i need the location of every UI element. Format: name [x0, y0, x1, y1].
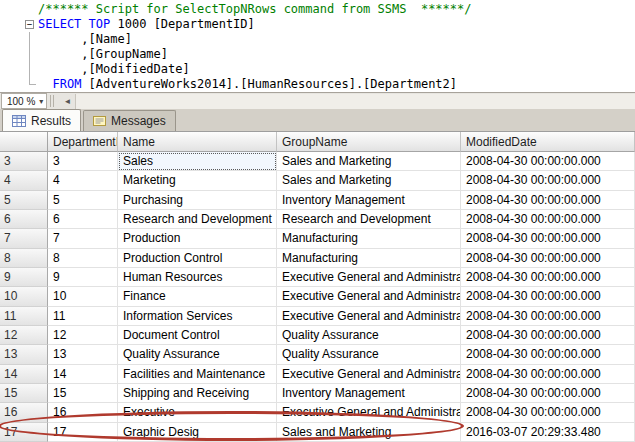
- sql-editor[interactable]: /****** Script for SelectTopNRows comman…: [0, 0, 635, 92]
- row-header-10[interactable]: 10: [0, 287, 48, 306]
- cell-3-departmentid[interactable]: 3: [48, 152, 118, 171]
- cell-6-modifieddate[interactable]: 2008-04-30 00:00:00.000: [461, 210, 635, 229]
- cell-11-name[interactable]: Information Services: [118, 307, 277, 326]
- column-header-name[interactable]: Name: [118, 132, 277, 152]
- cell-17-name[interactable]: Graphic Desig: [118, 423, 277, 442]
- scroll-left-icon[interactable]: ◄: [59, 94, 76, 109]
- cell-16-modifieddate[interactable]: 2008-04-30 00:00:00.000: [461, 403, 635, 422]
- cell-13-departmentid[interactable]: 13: [48, 345, 118, 364]
- cell-15-name[interactable]: Shipping and Receiving: [118, 384, 277, 403]
- cell-16-departmentid[interactable]: 16: [48, 403, 118, 422]
- cell-13-modifieddate[interactable]: 2008-04-30 00:00:00.000: [461, 345, 635, 364]
- row-header-5[interactable]: 5: [0, 191, 48, 210]
- cell-8-departmentid[interactable]: 8: [48, 249, 118, 268]
- cell-12-departmentid[interactable]: 12: [48, 326, 118, 345]
- row-header-12[interactable]: 12: [0, 326, 48, 345]
- cell-14-name[interactable]: Facilities and Maintenance: [118, 365, 277, 384]
- column-header-modifieddate[interactable]: ModifiedDate: [461, 132, 635, 152]
- messages-icon: [93, 115, 106, 127]
- cell-14-departmentid[interactable]: 14: [48, 365, 118, 384]
- fold-collapse-icon[interactable]: −: [25, 17, 38, 32]
- code-text: ,[Name]: [38, 32, 635, 47]
- code-text: /****** Script for SelectTopNRows comman…: [38, 2, 635, 17]
- fold-gutter: [25, 62, 38, 77]
- column-header-groupname[interactable]: GroupName: [277, 132, 461, 152]
- cell-13-name[interactable]: Quality Assurance: [118, 345, 277, 364]
- cell-4-departmentid[interactable]: 4: [48, 171, 118, 190]
- cell-4-name[interactable]: Marketing: [118, 171, 277, 190]
- cell-4-modifieddate[interactable]: 2008-04-30 00:00:00.000: [461, 171, 635, 190]
- cell-15-departmentid[interactable]: 15: [48, 384, 118, 403]
- zoom-control[interactable]: 100 % ▾: [1, 93, 47, 109]
- code-text: SELECT TOP 1000 [DepartmentID]: [38, 17, 635, 32]
- cell-9-name[interactable]: Human Resources: [118, 268, 277, 287]
- horizontal-scrollbar[interactable]: [76, 94, 635, 109]
- cell-9-departmentid[interactable]: 9: [48, 268, 118, 287]
- fold-gutter: [25, 77, 38, 92]
- row-header-11[interactable]: 11: [0, 307, 48, 326]
- row-header-16[interactable]: 16: [0, 403, 48, 422]
- row-header-13[interactable]: 13: [0, 345, 48, 364]
- cell-14-modifieddate[interactable]: 2008-04-30 00:00:00.000: [461, 365, 635, 384]
- row-header-8[interactable]: 8: [0, 249, 48, 268]
- cell-4-groupname[interactable]: Sales and Marketing: [277, 171, 461, 190]
- cell-14-groupname[interactable]: Executive General and Administration: [277, 365, 461, 384]
- cell-15-groupname[interactable]: Inventory Management: [277, 384, 461, 403]
- cell-16-name[interactable]: Executive: [118, 403, 277, 422]
- cell-5-groupname[interactable]: Inventory Management: [277, 191, 461, 210]
- cell-15-modifieddate[interactable]: 2008-04-30 00:00:00.000: [461, 384, 635, 403]
- row-header-17[interactable]: 17: [0, 423, 48, 442]
- cell-3-name[interactable]: Sales: [118, 152, 277, 171]
- tab-label: Results: [31, 114, 71, 128]
- row-header-14[interactable]: 14: [0, 365, 48, 384]
- cell-6-groupname[interactable]: Research and Development: [277, 210, 461, 229]
- cell-7-modifieddate[interactable]: 2008-04-30 00:00:00.000: [461, 229, 635, 248]
- cell-10-groupname[interactable]: Executive General and Administration: [277, 287, 461, 306]
- cell-12-name[interactable]: Document Control: [118, 326, 277, 345]
- cell-5-name[interactable]: Purchasing: [118, 191, 277, 210]
- splitter-handle[interactable]: [50, 95, 56, 107]
- cell-7-departmentid[interactable]: 7: [48, 229, 118, 248]
- row-header-3[interactable]: 3: [0, 152, 48, 171]
- cell-6-departmentid[interactable]: 6: [48, 210, 118, 229]
- cell-11-departmentid[interactable]: 11: [48, 307, 118, 326]
- cell-8-groupname[interactable]: Manufacturing: [277, 249, 461, 268]
- cell-9-groupname[interactable]: Executive General and Administration: [277, 268, 461, 287]
- row-header-15[interactable]: 15: [0, 384, 48, 403]
- row-header-4[interactable]: 4: [0, 171, 48, 190]
- cell-5-modifieddate[interactable]: 2008-04-30 00:00:00.000: [461, 191, 635, 210]
- cell-6-name[interactable]: Research and Development: [118, 210, 277, 229]
- cell-10-departmentid[interactable]: 10: [48, 287, 118, 306]
- cell-7-groupname[interactable]: Manufacturing: [277, 229, 461, 248]
- row-header-6[interactable]: 6: [0, 210, 48, 229]
- cell-5-departmentid[interactable]: 5: [48, 191, 118, 210]
- zoom-level: 100 %: [7, 96, 35, 107]
- cell-8-name[interactable]: Production Control: [118, 249, 277, 268]
- row-header-9[interactable]: 9: [0, 268, 48, 287]
- cell-16-groupname[interactable]: Executive General and Administration: [277, 403, 461, 422]
- cell-11-modifieddate[interactable]: 2008-04-30 00:00:00.000: [461, 307, 635, 326]
- cell-12-modifieddate[interactable]: 2008-04-30 00:00:00.000: [461, 326, 635, 345]
- chevron-down-icon[interactable]: ▾: [39, 97, 43, 106]
- cell-8-modifieddate[interactable]: 2008-04-30 00:00:00.000: [461, 249, 635, 268]
- code-line-1: /****** Script for SelectTopNRows comman…: [0, 2, 635, 17]
- cell-17-modifieddate[interactable]: 2016-03-07 20:29:33.480: [461, 423, 635, 442]
- code-line-6: FROM [AdventureWorks2014].[HumanResource…: [0, 77, 635, 92]
- cell-7-name[interactable]: Production: [118, 229, 277, 248]
- cell-3-modifieddate[interactable]: 2008-04-30 00:00:00.000: [461, 152, 635, 171]
- tab-results[interactable]: Results: [2, 109, 81, 131]
- select-all-corner[interactable]: [0, 132, 48, 152]
- cell-10-name[interactable]: Finance: [118, 287, 277, 306]
- cell-17-departmentid[interactable]: 17: [48, 423, 118, 442]
- cell-13-groupname[interactable]: Quality Assurance: [277, 345, 461, 364]
- cell-17-groupname[interactable]: Sales and Marketing: [277, 423, 461, 442]
- cell-9-modifieddate[interactable]: 2008-04-30 00:00:00.000: [461, 268, 635, 287]
- cell-10-modifieddate[interactable]: 2008-04-30 00:00:00.000: [461, 287, 635, 306]
- tab-messages[interactable]: Messages: [83, 110, 176, 131]
- row-header-7[interactable]: 7: [0, 229, 48, 248]
- code-text: ,[GroupName]: [38, 47, 635, 62]
- column-header-departmentid[interactable]: DepartmentID: [48, 132, 118, 152]
- cell-11-groupname[interactable]: Executive General and Administration: [277, 307, 461, 326]
- cell-12-groupname[interactable]: Quality Assurance: [277, 326, 461, 345]
- cell-3-groupname[interactable]: Sales and Marketing: [277, 152, 461, 171]
